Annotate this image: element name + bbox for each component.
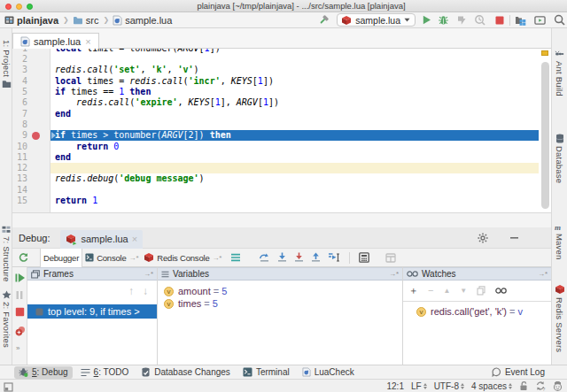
watches-list[interactable]: vredis.call('get', 'k')=v: [403, 302, 551, 318]
more-icon[interactable]: »: [16, 344, 19, 352]
debug-icon[interactable]: [438, 14, 449, 26]
variables-list[interactable]: vamount=5vtimes=5: [158, 281, 402, 365]
stripe-button-1-project[interactable]: 1: Project: [0, 40, 12, 88]
close-tab-icon[interactable]: ×: [85, 37, 90, 46]
encoding-selector[interactable]: UTF-8: [434, 381, 464, 391]
search-everywhere-icon[interactable]: [554, 14, 565, 26]
move-up-icon[interactable]: ▲: [443, 288, 450, 295]
step-over-icon[interactable]: [259, 252, 270, 263]
hide-icon[interactable]: [509, 233, 519, 242]
variable-row[interactable]: vamount=5: [158, 285, 402, 297]
line-separator-selector[interactable]: LF: [411, 381, 427, 391]
device-preview-icon[interactable]: [534, 14, 546, 26]
highlighting-level-icon[interactable]: [553, 381, 563, 391]
coverage-icon[interactable]: [455, 14, 467, 26]
breadcrumb-file[interactable]: sample.lua: [113, 15, 172, 26]
project-structure-icon[interactable]: [515, 14, 526, 26]
run-configuration-combo[interactable]: sample.lua: [337, 13, 416, 27]
code-line-12[interactable]: 12: [12, 163, 551, 173]
float-panel-icon[interactable]: →*: [144, 270, 153, 278]
stripe-button-database[interactable]: Database: [552, 134, 567, 183]
code-line-2[interactable]: 2: [12, 54, 551, 65]
evaluate-expression-icon[interactable]: [359, 252, 369, 263]
breadcrumb-project[interactable]: plainjava: [4, 15, 58, 26]
scrollbar-thumb[interactable]: [541, 62, 549, 209]
variable-row[interactable]: vredis.call('get', 'k')=v: [403, 305, 551, 318]
stripe-button-redis-servers[interactable]: Redis Servers: [552, 284, 567, 352]
code-line-14[interactable]: 14: [12, 185, 551, 196]
zoom-traffic-icon[interactable]: [27, 4, 33, 10]
float-panel-icon[interactable]: →*: [389, 270, 399, 278]
profile-icon[interactable]: [474, 14, 485, 26]
lock-icon[interactable]: [519, 381, 528, 391]
step-out-icon[interactable]: [311, 252, 321, 263]
layout-settings-icon[interactable]: [385, 253, 396, 263]
stripe-button-ant-build[interactable]: Ant Build: [552, 50, 567, 96]
stripe-button-maven[interactable]: mMaven: [552, 222, 567, 260]
warning-stripe-mark-icon[interactable]: [541, 50, 548, 56]
move-down-icon[interactable]: ▼: [460, 288, 467, 295]
code-editor[interactable]: 1local limit = tonumber(ARGV[1])23redis.…: [12, 49, 551, 212]
step-into-icon[interactable]: [277, 252, 287, 263]
copy-icon[interactable]: [477, 286, 485, 296]
tab-debugger[interactable]: Debugger: [40, 249, 82, 267]
code-line-9[interactable]: 9if times > tonumber(ARGV[2]) then: [12, 130, 551, 141]
code-line-10[interactable]: 10 return 0: [12, 142, 551, 152]
code-line-5[interactable]: 5if times == 1 then: [12, 87, 551, 97]
run-to-cursor-icon[interactable]: [328, 252, 340, 263]
stop-debug-icon[interactable]: [15, 307, 25, 317]
editor-tab-sample-lua[interactable]: sample.lua ×: [12, 33, 99, 49]
tab-console[interactable]: Console →*: [82, 249, 141, 267]
variable-row[interactable]: vtimes=5: [158, 297, 402, 310]
rerun-icon[interactable]: [17, 252, 28, 264]
code-line-7[interactable]: 7end: [12, 109, 551, 119]
show-watches-icon[interactable]: [495, 288, 507, 294]
code-line-3[interactable]: 3redis.call('set', 'k', 'v'): [12, 65, 551, 75]
code-line-8[interactable]: 8: [12, 119, 551, 130]
editor-scrollbar[interactable]: [539, 49, 551, 212]
frame-down-icon[interactable]: ↓: [143, 285, 148, 297]
stripe-button-7-structure[interactable]: 7: Structure: [0, 226, 12, 282]
toolwindow-button-5-debug[interactable]: 5: Debug: [14, 366, 73, 379]
close-session-icon[interactable]: ×: [132, 234, 137, 243]
caret-position[interactable]: 12:1: [386, 381, 403, 391]
float-panel-icon[interactable]: →*: [538, 270, 548, 278]
code-line-15[interactable]: 15return 1: [12, 196, 551, 206]
code-line-4[interactable]: 4local times = redis.call('incr', KEYS[1…: [12, 76, 551, 87]
toolwindow-button-luacheck[interactable]: LuaCheck: [298, 366, 359, 379]
variables-menu-icon[interactable]: [161, 271, 169, 278]
resume-icon[interactable]: [14, 273, 26, 283]
settings-gear-icon[interactable]: [478, 233, 488, 243]
run-icon[interactable]: [421, 14, 432, 26]
stop-icon[interactable]: [493, 14, 505, 26]
frame-row-selected[interactable]: top level: 9, if times >: [27, 304, 157, 319]
frames-list[interactable]: ↑ ↓ top level: 9, if times >: [27, 281, 157, 365]
toolwindow-switcher-icon[interactable]: [4, 382, 13, 392]
stripe-button-2-favorites[interactable]: 2: Favorites: [0, 290, 12, 348]
minimize-traffic-icon[interactable]: [16, 4, 22, 10]
frame-up-icon[interactable]: ↑: [128, 285, 134, 297]
debug-session-tab[interactable]: sample.lua ×: [60, 230, 143, 249]
event-log-button[interactable]: Event Log: [487, 366, 549, 379]
force-step-into-icon[interactable]: [294, 252, 304, 263]
update-icon[interactable]: ?: [535, 380, 546, 391]
pause-icon[interactable]: [15, 290, 24, 300]
code-line-11[interactable]: 11end: [12, 152, 551, 163]
toolwindow-button-database-changes[interactable]: Database Changes: [136, 366, 235, 379]
build-hammer-icon[interactable]: [318, 14, 330, 26]
code-line-6[interactable]: 6 redis.call('expire', KEYS[1], ARGV[1]): [12, 97, 551, 108]
toolwindow-button-terminal[interactable]: Terminal: [238, 366, 294, 379]
add-watch-icon[interactable]: ＋: [408, 286, 418, 296]
editor-debug-splitter[interactable]: [12, 212, 551, 227]
view-options-icon[interactable]: [230, 253, 241, 262]
view-breakpoints-icon[interactable]: [15, 326, 26, 336]
breadcrumb-src[interactable]: src: [73, 15, 99, 26]
remove-watch-icon[interactable]: −: [428, 286, 433, 296]
toolwindow-button-6-todo[interactable]: 6: TODO: [76, 366, 134, 379]
indent-selector[interactable]: 4 spaces: [471, 381, 512, 391]
variables-panel: Variables →* vamount=5vtimes=5: [158, 267, 403, 365]
breakpoint-icon[interactable]: [32, 132, 40, 140]
code-line-13[interactable]: 13redis.debug('debug message'): [12, 173, 551, 184]
close-traffic-icon[interactable]: [5, 4, 12, 10]
tab-redis-console[interactable]: Redis Console →*: [141, 249, 224, 267]
